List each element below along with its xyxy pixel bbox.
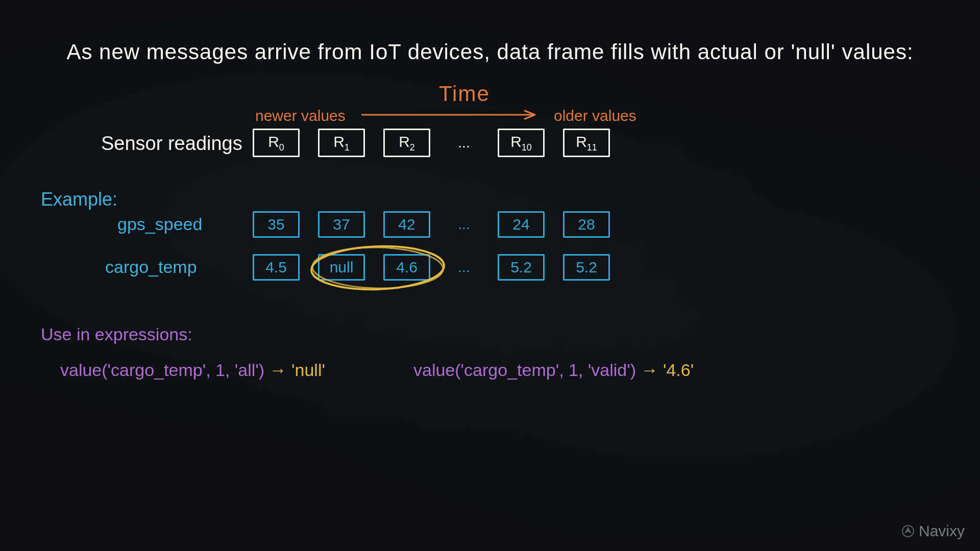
expression-1: value('cargo_temp', 1, 'all') → 'null' bbox=[60, 360, 325, 380]
older-values-label: older values bbox=[554, 107, 636, 124]
svg-point-1 bbox=[311, 244, 445, 291]
gps-cell-0: 35 bbox=[253, 211, 300, 238]
sensor-readings-label: Sensor readings bbox=[101, 133, 242, 155]
gps-cell-1: 37 bbox=[318, 211, 365, 238]
newer-values-label: newer values bbox=[255, 107, 346, 124]
highlight-ellipse-icon bbox=[306, 242, 449, 293]
example-heading: Example: bbox=[41, 189, 117, 210]
cargo-cell-0: 4.5 bbox=[253, 254, 300, 281]
gps-cell-2: 42 bbox=[383, 211, 430, 238]
time-arrow-icon bbox=[361, 110, 540, 120]
expr1-arrow: → bbox=[264, 360, 291, 380]
gps-cell-11: 28 bbox=[563, 211, 610, 238]
cargo-cell-11: 5.2 bbox=[563, 254, 610, 281]
time-label: Time bbox=[439, 82, 490, 106]
cargo-cell-10: 5.2 bbox=[498, 254, 545, 281]
expr2-function: value('cargo_temp', 1, 'valid') bbox=[413, 360, 636, 380]
readings-row: R0 R1 R2 ... R10 R11 bbox=[253, 129, 610, 157]
reading-cell-r0: R0 bbox=[253, 129, 300, 157]
slide-title: As new messages arrive from IoT devices,… bbox=[0, 40, 980, 64]
reading-cell-r2: R2 bbox=[383, 129, 430, 157]
use-in-expressions-heading: Use in expressions: bbox=[41, 324, 192, 344]
reading-cell-r11: R11 bbox=[563, 129, 610, 157]
expr2-result: '4.6' bbox=[663, 360, 694, 380]
expr1-result: 'null' bbox=[291, 360, 325, 380]
readings-ellipsis: ... bbox=[449, 135, 479, 151]
svg-point-2 bbox=[312, 246, 443, 289]
expr2-arrow: → bbox=[636, 360, 663, 380]
gps-cell-10: 24 bbox=[498, 211, 545, 238]
brand-logo: Navixy bbox=[901, 522, 965, 540]
expression-2: value('cargo_temp', 1, 'valid') → '4.6' bbox=[413, 360, 694, 380]
navixy-icon bbox=[901, 524, 915, 538]
cargo-temp-label: cargo_temp bbox=[105, 257, 197, 277]
reading-cell-r1: R1 bbox=[318, 129, 365, 157]
gps-ellipsis: ... bbox=[449, 216, 479, 233]
gps-row: 35 37 42 ... 24 28 bbox=[253, 211, 610, 238]
gps-speed-label: gps_speed bbox=[117, 214, 202, 234]
expr1-function: value('cargo_temp', 1, 'all') bbox=[60, 360, 264, 380]
brand-text: Navixy bbox=[919, 522, 965, 540]
reading-cell-r10: R10 bbox=[498, 129, 545, 157]
cargo-ellipsis: ... bbox=[449, 259, 479, 276]
